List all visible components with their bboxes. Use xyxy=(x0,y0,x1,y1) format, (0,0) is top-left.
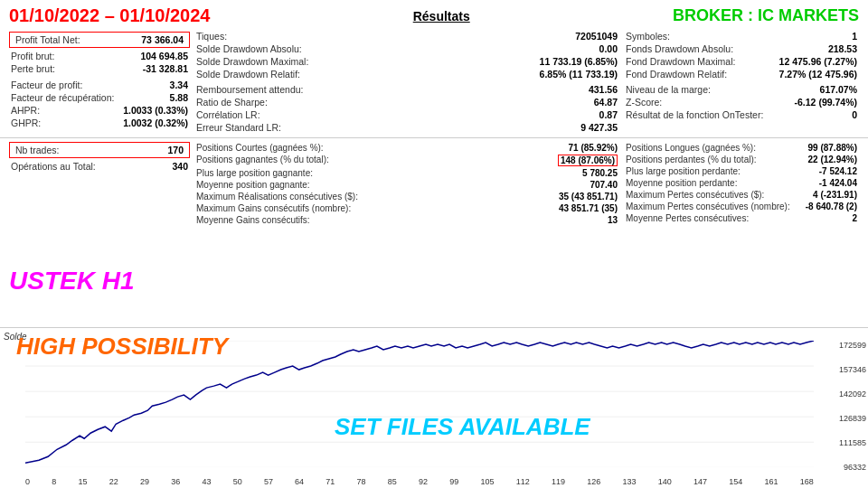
remb-value: 431.56 xyxy=(589,84,618,95)
max-real-consec-value: 35 (43 851.71) xyxy=(559,192,618,202)
left-column: Profit Total Net: 73 366.04 Profit brut:… xyxy=(9,30,190,134)
header-row: 01/10/2022 – 01/10/2024 Résultats BROKER… xyxy=(0,0,868,28)
max-gains-consec-label: Maximum Gains consécutifs (nombre): xyxy=(196,203,351,213)
niveau-marge-value: 617.07% xyxy=(820,84,857,95)
max-real-consec-label: Maximum Réalisations consécutives ($): xyxy=(196,192,358,202)
x-label-133: 133 xyxy=(623,477,637,486)
solde-dd-rel-value: 6.85% (11 733.19) xyxy=(540,69,618,80)
stats-area: Profit Total Net: 73 366.04 Profit brut:… xyxy=(0,28,868,136)
max-pertes-consec-value: 4 (-231.91) xyxy=(813,190,857,200)
nb-trades-value: 170 xyxy=(167,145,184,155)
max-pertes-consec-nb-value: -8 640.78 (2) xyxy=(806,202,857,211)
profit-brut-value: 104 694.85 xyxy=(140,51,188,61)
x-label-64: 64 xyxy=(295,477,304,486)
pos-courtes-value: 71 (85.92%) xyxy=(569,143,618,153)
y-label-3: 126839 xyxy=(839,414,866,423)
moy-pertes-label: Moyenne Pertes consécutives: xyxy=(626,213,749,223)
moy-gains-value: 13 xyxy=(608,215,618,225)
x-label-36: 36 xyxy=(171,477,180,486)
tiques-label: Tiques: xyxy=(196,31,227,42)
fonds-dd-absolu-value: 218.53 xyxy=(828,43,857,54)
x-label-78: 78 xyxy=(357,477,366,486)
x-label-57: 57 xyxy=(264,477,273,486)
mid-column: Tiques: 72051049 Solde Drawdown Absolu: … xyxy=(190,30,624,134)
moy-perdante-value: -1 424.04 xyxy=(819,178,857,188)
profit-total-label: Profit Total Net: xyxy=(15,34,80,45)
x-label-92: 92 xyxy=(419,477,428,486)
solde-dd-max-value: 11 733.19 (6.85%) xyxy=(540,56,618,67)
right-column: Symboles: 1 Fonds Drawdown Absolu: 218.5… xyxy=(624,30,859,134)
solde-dd-rel-label: Solde Drawdown Relatif: xyxy=(196,69,300,80)
ratio-sharpe-value: 64.87 xyxy=(594,97,618,108)
y-label-6: 172599 xyxy=(839,341,866,350)
facteur-recup-value: 5.88 xyxy=(170,92,188,103)
x-label-126: 126 xyxy=(587,477,600,486)
facteur-profit-value: 3.34 xyxy=(170,80,188,90)
pos-perdantes-value: 22 (12.94%) xyxy=(808,155,857,164)
date-range: 01/10/2022 – 01/10/2024 xyxy=(9,5,210,26)
fond-dd-max-value: 12 475.96 (7.27%) xyxy=(779,56,857,67)
x-label-140: 140 xyxy=(658,477,672,486)
correlation-value: 0.87 xyxy=(599,109,618,120)
pos-longues-value: 99 (87.88%) xyxy=(808,143,857,153)
nb-trades-label: Nb trades: xyxy=(15,145,59,155)
plus-large-gagnante-value: 5 780.25 xyxy=(582,168,618,178)
perte-brut-label: Perte brut: xyxy=(11,63,55,74)
moy-perdante-label: Moyenne position perdante: xyxy=(626,178,737,188)
max-gains-consec-value: 43 851.71 (35) xyxy=(559,203,618,213)
x-label-8: 8 xyxy=(52,477,56,486)
x-label-147: 147 xyxy=(693,477,707,486)
perte-brut-value: -31 328.81 xyxy=(143,63,188,74)
erreur-std-value: 9 427.35 xyxy=(580,122,618,133)
symboles-value: 1 xyxy=(852,31,857,42)
fond-dd-max-label: Fond Drawdown Maximal: xyxy=(626,56,735,67)
solde-dd-max-label: Solde Drawdown Maximal: xyxy=(196,56,308,67)
x-label-99: 99 xyxy=(449,477,458,486)
x-label-85: 85 xyxy=(388,477,397,486)
plus-large-perdante-label: Plus large position perdante: xyxy=(626,166,741,176)
x-label-43: 43 xyxy=(202,477,211,486)
bottom-mid: Positions Courtes (gagnées %): 71 (85.92… xyxy=(190,140,624,226)
high-possibility-label: HIGH POSSIBILITY xyxy=(16,333,228,361)
operations-value: 340 xyxy=(172,161,188,172)
erreur-std-label: Erreur Standard LR: xyxy=(196,122,281,133)
y-label-2: 111585 xyxy=(839,438,866,447)
symboles-label: Symboles: xyxy=(626,31,670,42)
x-label-15: 15 xyxy=(78,477,87,486)
fond-dd-rel-label: Fond Drawdown Relatif: xyxy=(626,69,727,80)
ratio-sharpe-label: Ratio de Sharpe: xyxy=(196,97,268,108)
ghpr-label: GHPR: xyxy=(11,117,41,128)
resultat-value: 0 xyxy=(852,109,857,120)
resultat-label: Résultat de la fonction OnTester: xyxy=(626,109,763,120)
y-label-1: 96332 xyxy=(844,463,866,472)
nb-trades-box: Nb trades: 170 xyxy=(9,142,190,158)
plus-large-gagnante-label: Plus large position gagnante: xyxy=(196,168,313,178)
x-label-29: 29 xyxy=(140,477,149,486)
x-label-112: 112 xyxy=(516,477,530,486)
profit-total-box: Profit Total Net: 73 366.04 xyxy=(9,32,190,48)
pos-gagnantes-box: 148 (87.06%) xyxy=(558,155,618,166)
max-pertes-consec-label: Maximum Pertes consécutives ($): xyxy=(626,190,764,200)
pos-gagnantes-label: Positions gagnantes (% du total): xyxy=(196,155,329,166)
profit-brut-label: Profit brut: xyxy=(11,51,54,61)
pos-longues-label: Positions Longues (gagnées %): xyxy=(626,143,756,153)
x-label-119: 119 xyxy=(552,477,565,486)
broker-label: BROKER : IC MARKETS xyxy=(673,6,859,25)
correlation-label: Corrélation LR: xyxy=(196,109,260,120)
max-pertes-consec-nb-label: Maximum Pertes consécutives (nombre): xyxy=(626,202,790,211)
ustek-label: USTEK H1 xyxy=(9,267,134,296)
x-label-0: 0 xyxy=(25,477,30,486)
fond-dd-rel-value: 7.27% (12 475.96) xyxy=(779,69,857,80)
fonds-dd-absolu-label: Fonds Drawdown Absolu: xyxy=(626,43,733,54)
profit-total-value: 73 366.04 xyxy=(141,34,184,45)
bottom-stats: Nb trades: 170 Opérations au Total: 340 … xyxy=(0,140,868,226)
y-axis-labels: 172599 157346 142092 126839 111585 96332 xyxy=(816,341,866,472)
bottom-left: Nb trades: 170 Opérations au Total: 340 xyxy=(9,140,190,226)
niveau-marge-label: Niveau de la marge: xyxy=(626,84,711,95)
facteur-recup-label: Facteur de récupération: xyxy=(11,92,114,103)
facteur-profit-label: Facteur de profit: xyxy=(11,80,82,90)
y-label-4: 142092 xyxy=(839,389,866,399)
x-label-71: 71 xyxy=(326,477,335,486)
zscore-value: -6.12 (99.74%) xyxy=(795,97,857,108)
set-files-label: SET FILES AVAILABLE xyxy=(335,413,590,441)
